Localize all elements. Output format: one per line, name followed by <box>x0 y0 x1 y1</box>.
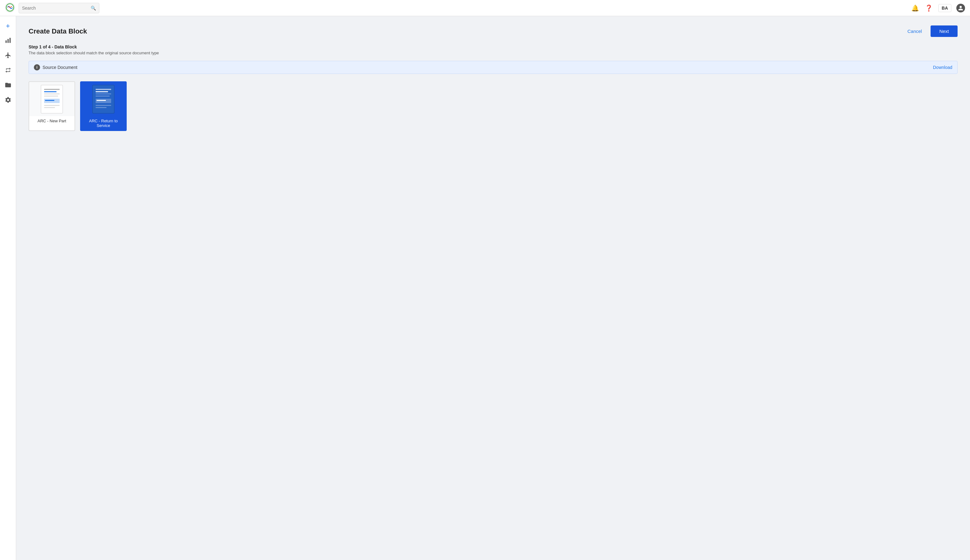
add-icon: + <box>6 22 10 30</box>
folder-icon <box>5 82 12 90</box>
notifications-icon[interactable]: 🔔 <box>911 4 920 12</box>
next-button[interactable]: Next <box>930 25 958 37</box>
chart-icon <box>5 37 12 45</box>
card-arc-return-to-service[interactable]: ARC - Return to Service <box>80 81 127 131</box>
svg-rect-16 <box>96 91 108 92</box>
page-header: Create Data Block Cancel Next <box>28 25 958 37</box>
app-logo <box>5 2 15 14</box>
flight-icon <box>5 52 12 60</box>
search-box[interactable]: 🔍 <box>18 3 99 13</box>
card-arc-new-part[interactable]: ARC - New Part <box>28 81 75 131</box>
svg-rect-11 <box>45 100 54 101</box>
svg-rect-4 <box>9 38 10 43</box>
settings-icon <box>5 97 12 105</box>
topbar-icons: 🔔 ❓ BA <box>911 4 965 12</box>
sidebar-item-flight[interactable] <box>2 50 14 62</box>
svg-rect-9 <box>44 96 58 97</box>
svg-rect-18 <box>96 96 110 97</box>
svg-rect-21 <box>96 105 111 106</box>
sidebar-item-analytics[interactable] <box>2 35 14 47</box>
card-arc-return-to-service-label: ARC - Return to Service <box>81 116 126 130</box>
topbar: 🔍 🔔 ❓ BA <box>0 0 970 16</box>
search-input[interactable] <box>22 6 88 10</box>
svg-rect-2 <box>5 40 7 43</box>
svg-rect-20 <box>97 100 106 101</box>
cards-grid: ARC - New Part <box>28 81 958 131</box>
user-initials: BA <box>942 6 948 10</box>
card-arc-return-to-service-image <box>81 82 126 116</box>
avatar[interactable] <box>956 4 965 12</box>
sidebar-item-add[interactable]: + <box>2 20 14 32</box>
page-title: Create Data Block <box>28 27 87 35</box>
main-layout: + C <box>0 16 970 560</box>
svg-rect-8 <box>44 93 60 94</box>
download-link[interactable]: Download <box>933 65 952 70</box>
svg-rect-12 <box>44 105 60 106</box>
sidebar-item-documents[interactable] <box>2 80 14 92</box>
sidebar-item-settings[interactable] <box>2 94 14 107</box>
svg-rect-22 <box>96 107 107 108</box>
sidebar-item-route[interactable] <box>2 65 14 77</box>
card-arc-new-part-image <box>29 82 75 116</box>
svg-rect-17 <box>96 93 111 94</box>
search-icon: 🔍 <box>91 6 96 10</box>
source-doc-label: Source Document <box>43 65 77 70</box>
source-doc-bar: i Source Document Download <box>28 61 958 74</box>
svg-rect-7 <box>44 91 57 92</box>
svg-rect-6 <box>44 89 60 90</box>
page-actions: Cancel Next <box>902 25 958 37</box>
source-doc-left: i Source Document <box>34 64 77 70</box>
user-button[interactable]: BA <box>938 4 952 12</box>
svg-rect-15 <box>96 89 111 90</box>
cancel-button[interactable]: Cancel <box>902 26 927 36</box>
svg-rect-3 <box>7 39 9 43</box>
svg-rect-13 <box>44 107 55 108</box>
sidebar: + <box>0 16 16 560</box>
info-icon: i <box>34 64 40 70</box>
help-icon[interactable]: ❓ <box>925 4 933 12</box>
route-icon <box>5 67 12 75</box>
card-arc-new-part-label: ARC - New Part <box>29 116 75 126</box>
step-label: Step 1 of 4 - Data Block <box>28 44 958 49</box>
step-desc: The data block selection should match th… <box>28 51 958 55</box>
content-area: Create Data Block Cancel Next Step 1 of … <box>16 16 970 560</box>
